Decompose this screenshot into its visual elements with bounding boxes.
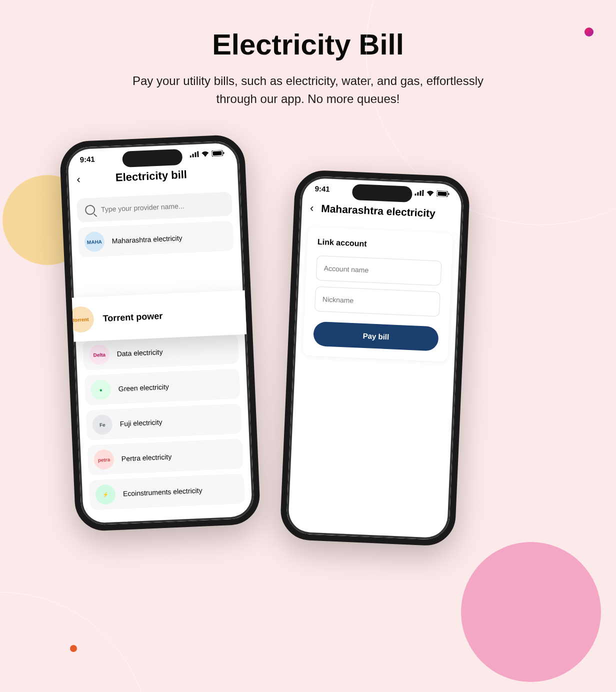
svg-rect-3 — [197, 151, 199, 157]
provider-item[interactable]: ●Green electricity — [84, 368, 240, 405]
provider-name: Pertra electricity — [122, 452, 172, 462]
search-input[interactable] — [101, 200, 224, 214]
search-icon — [85, 204, 96, 215]
hero-subtitle: Pay your utility bills, such as electric… — [113, 72, 503, 108]
bg-dot-magenta — [584, 28, 594, 36]
provider-logo-icon: MAHA — [84, 232, 105, 252]
provider-logo-icon: Delta — [89, 344, 110, 365]
svg-rect-2 — [194, 152, 196, 158]
wifi-icon — [201, 150, 210, 158]
status-time: 9:41 — [314, 184, 330, 193]
battery-icon — [212, 149, 225, 158]
phone-provider-list: 9:41 ‹ Electricity bill MAHAMaharashtra … — [59, 134, 261, 532]
svg-rect-13 — [448, 193, 449, 195]
provider-logo-icon: ⚡ — [95, 484, 116, 505]
signal-icon — [414, 188, 424, 198]
provider-name: Fuji electricity — [120, 418, 162, 428]
link-account-card: Link account Pay bill — [302, 227, 453, 362]
hero-section: Electricity Bill Pay your utility bills,… — [0, 0, 616, 108]
signal-icon — [190, 150, 199, 159]
svg-rect-5 — [212, 151, 222, 156]
svg-rect-7 — [414, 194, 416, 196]
phone-notch — [122, 149, 182, 168]
svg-rect-0 — [190, 156, 192, 158]
search-box[interactable] — [76, 192, 232, 222]
provider-logo-icon: ● — [90, 379, 112, 400]
back-icon[interactable]: ‹ — [310, 202, 314, 214]
provider-name: Torrent power — [102, 310, 162, 324]
status-icons — [190, 149, 225, 159]
screen-title: Maharashtra electricity — [321, 202, 453, 220]
battery-icon — [436, 190, 450, 198]
provider-item[interactable]: MAHAMaharashtra electricity — [78, 220, 234, 257]
pay-bill-button[interactable]: Pay bill — [313, 322, 439, 352]
link-account-label: Link account — [318, 238, 443, 252]
provider-list: MAHAMaharashtra electricitytorrentTorren… — [69, 220, 255, 526]
phone-link-account: 9:41 ‹ Maharashtra electricity Link acco… — [280, 170, 470, 547]
provider-item[interactable]: FeFuji electricity — [86, 404, 242, 440]
provider-item[interactable]: ⚡Ecoinstruments electricity — [89, 474, 245, 510]
phone-notch — [352, 184, 412, 202]
svg-rect-1 — [192, 154, 194, 158]
provider-item-highlighted[interactable]: torrent Torrent power — [59, 289, 261, 342]
provider-item[interactable]: petraPertra electricity — [88, 438, 244, 475]
svg-rect-10 — [422, 190, 424, 196]
svg-rect-12 — [438, 192, 446, 196]
svg-rect-9 — [420, 191, 421, 196]
account-name-input[interactable] — [316, 256, 442, 286]
status-time: 9:41 — [80, 154, 95, 164]
hero-title: Electricity Bill — [0, 28, 616, 61]
svg-rect-6 — [223, 152, 224, 154]
nickname-input[interactable] — [314, 286, 440, 317]
provider-logo-icon: torrent — [68, 306, 94, 333]
bg-dot-orange — [70, 645, 77, 652]
status-icons — [414, 188, 450, 198]
provider-name: Ecoinstruments electricity — [123, 486, 202, 498]
bg-arc-bottom — [0, 592, 150, 692]
provider-logo-icon: Fe — [92, 414, 113, 435]
provider-logo-icon: petra — [94, 449, 114, 470]
svg-rect-8 — [417, 192, 418, 196]
provider-name: Data electricity — [116, 348, 162, 358]
phones-showcase: 9:41 ‹ Electricity bill MAHAMaharashtra … — [0, 138, 616, 588]
provider-name: Green electricity — [118, 382, 169, 392]
wifi-icon — [426, 189, 434, 198]
screen-title: Electricity bill — [72, 166, 230, 186]
provider-name: Maharashtra electricity — [112, 234, 182, 245]
